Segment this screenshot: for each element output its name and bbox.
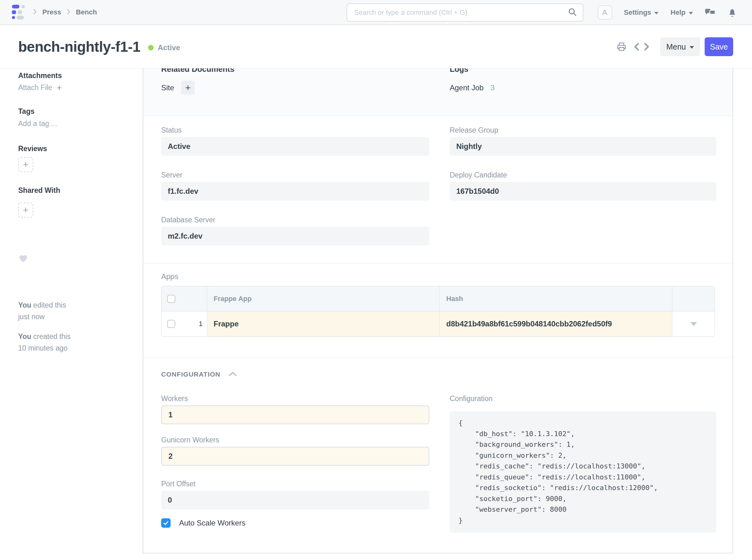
plus-icon: + [23, 205, 28, 215]
row-index: 1 [199, 320, 203, 328]
field-label: Server [161, 171, 429, 179]
help-label: Help [671, 8, 686, 17]
page-head: bench-nightly-f1-1 Active [0, 25, 752, 68]
row-checkbox[interactable] [167, 320, 175, 328]
apps-section-label: Apps [161, 272, 178, 281]
menu-button[interactable]: Menu [660, 37, 700, 56]
activity-actor: You [18, 301, 31, 309]
activity-created: You created this 10 minutes ago [18, 331, 71, 354]
status-indicator: Active [148, 43, 180, 52]
site-link[interactable]: Site [161, 83, 174, 92]
apps-grid-row: 1 Frappe d8b421b49a8bf61c599b048140cbb20… [161, 311, 715, 336]
logs-row: Agent Job 3 [450, 81, 495, 95]
help-menu[interactable]: Help [671, 8, 693, 17]
configuration-section-toggle[interactable]: CONFIGURATION [161, 371, 237, 378]
chevron-up-icon [229, 371, 237, 378]
field-label: Configuration [450, 395, 716, 403]
add-share-button[interactable]: + [18, 203, 33, 218]
caret-down-icon [654, 12, 658, 15]
field-workers: Workers 1 [161, 395, 429, 424]
field-label: Port Offset [161, 480, 429, 488]
field-label: Release Group [450, 126, 716, 135]
related-documents-row: Site + [161, 81, 195, 95]
activity-actor: You [18, 332, 31, 341]
field-gunicorn-workers: Gunicorn Workers 2 [161, 436, 429, 466]
field-label: Deploy Candidate [450, 171, 716, 179]
field-label: Gunicorn Workers [161, 436, 429, 444]
field-auto-scale-workers: Auto Scale Workers [161, 518, 245, 528]
global-search[interactable] [347, 3, 583, 22]
heart-icon[interactable] [18, 254, 28, 263]
printer-icon[interactable] [616, 41, 627, 52]
hash-cell[interactable]: d8b421b49a8bf61c599b048140cbb2062fed50f9 [440, 311, 672, 336]
add-review-button[interactable]: + [18, 157, 33, 172]
database-server-value-field: m2.fc.dev [161, 227, 429, 245]
field-label: Workers [161, 395, 429, 403]
logs-heading: Logs [450, 68, 469, 74]
field-release-group: Release Group Nightly [450, 126, 716, 156]
bench-form-page: Press Bench A Settings [0, 0, 752, 560]
agent-job-count-badge: 3 [491, 83, 495, 92]
search-icon[interactable] [568, 7, 577, 18]
form-sidebar: Attachments Attach File + Tags Add a tag… [0, 68, 143, 560]
apps-section: Apps Frappe App Hash 1 Frappe d8b [143, 263, 733, 357]
menu-button-label: Menu [666, 42, 686, 52]
related-documents-heading: Related Documents [161, 68, 234, 74]
page-title-area: bench-nightly-f1-1 Active [18, 25, 180, 68]
attach-file-button[interactable]: Attach File + [18, 83, 62, 92]
field-deploy-candidate: Deploy Candidate 167b1504d0 [450, 171, 716, 201]
chat-icon[interactable] [705, 7, 716, 18]
save-button[interactable]: Save [705, 37, 733, 56]
agent-job-link[interactable]: Agent Job [450, 83, 483, 92]
form-dashboard: Related Documents Site + Logs Agent Job … [143, 68, 733, 116]
activity-action: created this [31, 332, 71, 341]
add-site-button[interactable]: + [181, 81, 195, 95]
select-all-checkbox[interactable] [167, 295, 175, 303]
configuration-section: CONFIGURATION Workers 1 Gunicorn Workers… [143, 357, 733, 553]
chevron-right-icon[interactable] [642, 42, 651, 52]
apps-grid: Frappe App Hash 1 Frappe d8b421b49a8bf61… [161, 286, 715, 337]
page-actions: Menu Save [616, 25, 733, 68]
port-offset-value-field: 0 [161, 491, 429, 509]
status-indicator-label: Active [158, 43, 180, 52]
plus-icon: + [185, 82, 191, 93]
page-title: bench-nightly-f1-1 [18, 38, 140, 55]
chevron-right-icon [32, 9, 38, 16]
release-group-value-field: Nightly [450, 137, 716, 156]
column-header-hash: Hash [440, 286, 672, 311]
activity-when: just now [18, 311, 66, 323]
column-header-frappe-app: Frappe App [207, 286, 440, 311]
breadcrumb-item-press[interactable]: Press [42, 8, 61, 16]
navbar-right: A Settings Help [598, 0, 737, 25]
settings-label: Settings [624, 8, 651, 17]
search-input[interactable] [354, 8, 568, 17]
reviews-heading: Reviews [18, 144, 47, 153]
tags-heading: Tags [18, 107, 35, 116]
dropdown-arrow-icon[interactable] [690, 322, 697, 326]
field-status: Status Active [161, 126, 429, 156]
shared-with-heading: Shared With [18, 186, 60, 195]
frappe-logo[interactable] [12, 5, 26, 20]
avatar-initial: A [602, 8, 608, 17]
breadcrumb-item-bench[interactable]: Bench [76, 8, 97, 16]
attachments-heading: Attachments [18, 72, 62, 80]
activity-edited: You edited this just now [18, 299, 66, 323]
avatar[interactable]: A [598, 5, 612, 20]
configuration-json-text: { "db_host": "10.1.3.102", "background_w… [458, 418, 708, 526]
save-button-label: Save [710, 42, 728, 52]
plus-icon: + [57, 85, 62, 91]
add-tag-input[interactable]: Add a tag ... [18, 119, 57, 128]
field-database-server: Database Server m2.fc.dev [161, 216, 429, 245]
attach-file-label: Attach File [18, 83, 52, 92]
navbar-left: Press Bench [0, 5, 97, 20]
workers-input[interactable]: 1 [161, 405, 429, 424]
auto-scale-workers-checkbox[interactable] [161, 518, 171, 528]
gunicorn-workers-input[interactable]: 2 [161, 447, 429, 466]
settings-menu[interactable]: Settings [624, 8, 659, 17]
plus-icon: + [23, 159, 28, 170]
activity-when: 10 minutes ago [18, 342, 71, 354]
form-body: Related Documents Site + Logs Agent Job … [143, 68, 733, 554]
bell-icon[interactable] [728, 7, 737, 18]
chevron-left-icon[interactable] [633, 42, 641, 52]
frappe-app-cell[interactable]: Frappe [207, 311, 440, 336]
